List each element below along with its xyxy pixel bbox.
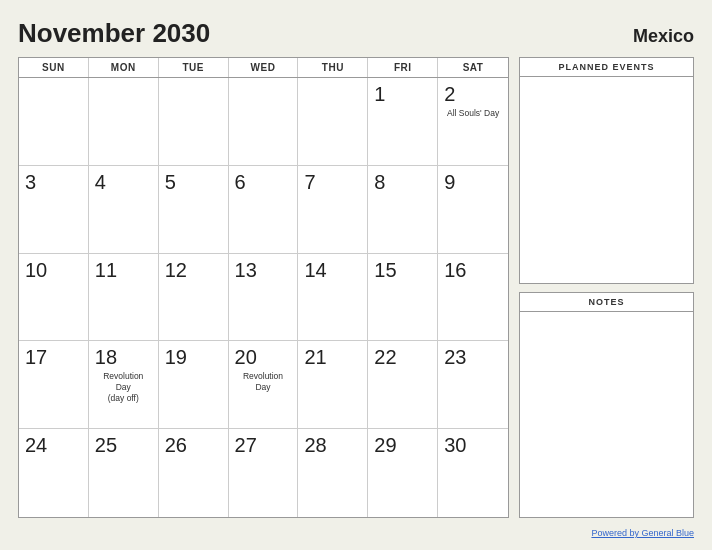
- calendar-cell: 10: [19, 254, 89, 342]
- event-label: All Souls' Day: [444, 108, 502, 119]
- calendar-cell: [89, 78, 159, 166]
- calendar-cell: [19, 78, 89, 166]
- calendar-cell: 27: [229, 429, 299, 517]
- day-header-sun: SUN: [19, 58, 89, 77]
- notes-box: NOTES: [519, 292, 694, 519]
- date-number: 5: [165, 170, 176, 194]
- date-number: 8: [374, 170, 385, 194]
- calendar-cell: 23: [438, 341, 508, 429]
- calendar-cell: 11: [89, 254, 159, 342]
- calendar-cell: 3: [19, 166, 89, 254]
- powered-by-link[interactable]: Powered by General Blue: [591, 528, 694, 538]
- date-number: 14: [304, 258, 326, 282]
- day-header-wed: WED: [229, 58, 299, 77]
- date-number: 1: [374, 82, 385, 106]
- date-number: 20: [235, 345, 257, 369]
- calendar-cell: 8: [368, 166, 438, 254]
- calendar-cells: 12All Souls' Day345678910111213141516171…: [19, 78, 508, 517]
- right-sidebar: PLANNED EVENTS NOTES: [519, 57, 694, 518]
- planned-events-title: PLANNED EVENTS: [520, 58, 693, 77]
- date-number: 22: [374, 345, 396, 369]
- calendar-cell: 28: [298, 429, 368, 517]
- day-header-tue: TUE: [159, 58, 229, 77]
- event-label: Revolution Day: [235, 371, 292, 393]
- date-number: 28: [304, 433, 326, 457]
- date-number: 30: [444, 433, 466, 457]
- calendar-cell: [229, 78, 299, 166]
- date-number: 19: [165, 345, 187, 369]
- calendar-cell: 17: [19, 341, 89, 429]
- date-number: 9: [444, 170, 455, 194]
- month-year-title: November 2030: [18, 18, 210, 49]
- calendar-cell: 18Revolution Day(day off): [89, 341, 159, 429]
- calendar-cell: 5: [159, 166, 229, 254]
- calendar-grid-section: SUNMONTUEWEDTHUFRISAT 12All Souls' Day34…: [18, 57, 509, 518]
- calendar-cell: [159, 78, 229, 166]
- date-number: 10: [25, 258, 47, 282]
- calendar-cell: 12: [159, 254, 229, 342]
- day-header-fri: FRI: [368, 58, 438, 77]
- main-area: SUNMONTUEWEDTHUFRISAT 12All Souls' Day34…: [18, 57, 694, 518]
- date-number: 13: [235, 258, 257, 282]
- calendar-cell: 29: [368, 429, 438, 517]
- date-number: 2: [444, 82, 455, 106]
- date-number: 16: [444, 258, 466, 282]
- calendar-cell: 14: [298, 254, 368, 342]
- calendar-cell: 4: [89, 166, 159, 254]
- calendar-cell: 25: [89, 429, 159, 517]
- calendar-cell: 1: [368, 78, 438, 166]
- calendar-cell: 15: [368, 254, 438, 342]
- date-number: 18: [95, 345, 117, 369]
- date-number: 3: [25, 170, 36, 194]
- day-header-mon: MON: [89, 58, 159, 77]
- calendar-cell: 20Revolution Day: [229, 341, 299, 429]
- date-number: 6: [235, 170, 246, 194]
- date-number: 29: [374, 433, 396, 457]
- day-headers-row: SUNMONTUEWEDTHUFRISAT: [19, 58, 508, 78]
- date-number: 27: [235, 433, 257, 457]
- calendar-page: November 2030 Mexico SUNMONTUEWEDTHUFRIS…: [0, 0, 712, 550]
- date-number: 4: [95, 170, 106, 194]
- event-label: Revolution Day: [95, 371, 152, 393]
- calendar-cell: 22: [368, 341, 438, 429]
- event-label: (day off): [95, 393, 152, 404]
- date-number: 25: [95, 433, 117, 457]
- calendar-cell: 26: [159, 429, 229, 517]
- date-number: 15: [374, 258, 396, 282]
- day-header-sat: SAT: [438, 58, 508, 77]
- calendar-cell: 19: [159, 341, 229, 429]
- date-number: 21: [304, 345, 326, 369]
- footer: Powered by General Blue: [18, 522, 694, 540]
- calendar-header: November 2030 Mexico: [18, 18, 694, 49]
- calendar-cell: 13: [229, 254, 299, 342]
- day-header-thu: THU: [298, 58, 368, 77]
- calendar-cell: 9: [438, 166, 508, 254]
- notes-content: [520, 312, 693, 518]
- calendar-cell: 24: [19, 429, 89, 517]
- calendar-cell: 2All Souls' Day: [438, 78, 508, 166]
- calendar-cell: [298, 78, 368, 166]
- date-number: 11: [95, 258, 117, 282]
- calendar-cell: 7: [298, 166, 368, 254]
- date-number: 17: [25, 345, 47, 369]
- calendar-cell: 6: [229, 166, 299, 254]
- planned-events-content: [520, 77, 693, 283]
- calendar-cell: 30: [438, 429, 508, 517]
- notes-title: NOTES: [520, 293, 693, 312]
- date-number: 23: [444, 345, 466, 369]
- planned-events-box: PLANNED EVENTS: [519, 57, 694, 284]
- date-number: 24: [25, 433, 47, 457]
- date-number: 12: [165, 258, 187, 282]
- date-number: 26: [165, 433, 187, 457]
- calendar-cell: 16: [438, 254, 508, 342]
- date-number: 7: [304, 170, 315, 194]
- country-title: Mexico: [633, 26, 694, 47]
- calendar-cell: 21: [298, 341, 368, 429]
